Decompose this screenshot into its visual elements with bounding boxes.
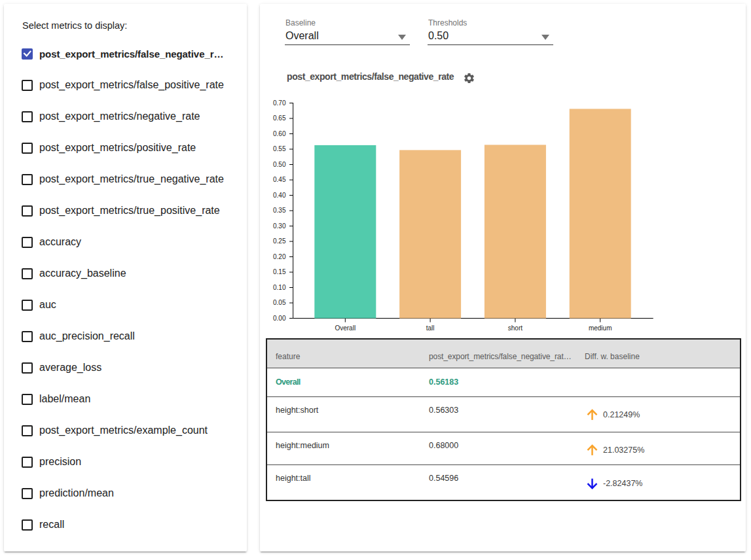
svg-text:tall: tall bbox=[426, 324, 435, 332]
svg-text:Overall: Overall bbox=[335, 324, 356, 332]
svg-text:0.65: 0.65 bbox=[273, 114, 286, 122]
svg-text:0.05: 0.05 bbox=[273, 299, 286, 306]
svg-text:medium: medium bbox=[589, 324, 612, 332]
svg-text:0.30: 0.30 bbox=[273, 222, 286, 230]
svg-text:0.40: 0.40 bbox=[273, 192, 286, 199]
svg-text:short: short bbox=[508, 324, 522, 332]
svg-text:0.50: 0.50 bbox=[273, 161, 286, 168]
svg-text:0.15: 0.15 bbox=[273, 268, 286, 275]
svg-text:0.25: 0.25 bbox=[273, 237, 286, 245]
svg-text:0.70: 0.70 bbox=[273, 99, 286, 107]
svg-text:0.60: 0.60 bbox=[273, 130, 286, 137]
svg-text:0.45: 0.45 bbox=[273, 176, 286, 183]
svg-text:0.10: 0.10 bbox=[273, 284, 286, 291]
svg-text:0.20: 0.20 bbox=[273, 253, 286, 260]
svg-text:0.35: 0.35 bbox=[273, 207, 286, 214]
svg-text:0.55: 0.55 bbox=[273, 145, 286, 152]
svg-text:0.00: 0.00 bbox=[273, 315, 286, 322]
